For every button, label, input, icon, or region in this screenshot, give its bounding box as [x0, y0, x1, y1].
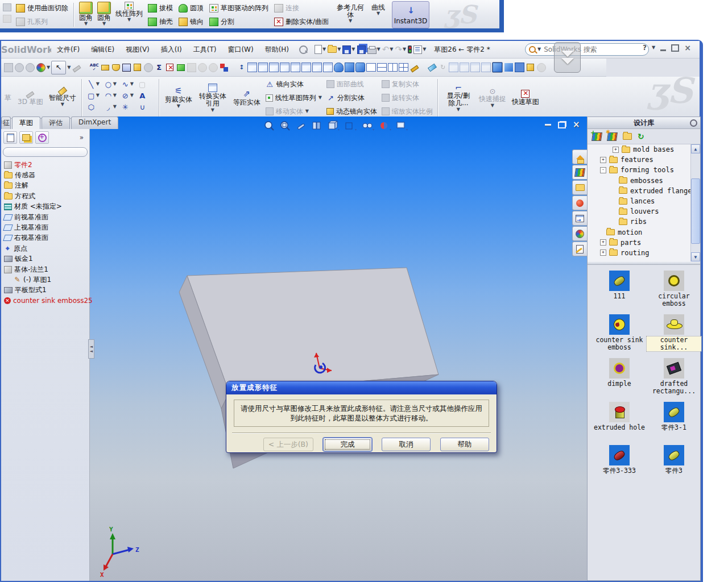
- compare-documents-icon[interactable]: [219, 63, 229, 72]
- expander-icon[interactable]: +: [613, 147, 619, 153]
- library-item-part3-333[interactable]: 零件3-333: [592, 445, 647, 481]
- use-surface-cut-button[interactable]: 使用曲面切除: [16, 3, 68, 13]
- tree-item-sketch1[interactable]: ✎ (-) 草图1: [2, 275, 89, 285]
- help-button[interactable]: ?: [643, 44, 647, 52]
- add-file-location-icon[interactable]: [607, 132, 618, 141]
- performance-icon[interactable]: [143, 63, 153, 72]
- library-item-counter-sink[interactable]: counter sink...: [647, 314, 701, 351]
- text-tool[interactable]: A: [138, 92, 147, 99]
- options-button[interactable]: ▼: [413, 45, 426, 54]
- instant3d-button[interactable]: ↘ Instant3D: [392, 1, 429, 28]
- design-table-icon[interactable]: [176, 63, 185, 72]
- tree-item-sensors[interactable]: 传感器: [2, 170, 89, 180]
- convert-entities-button[interactable]: 转换实体引用 ▼: [195, 77, 230, 118]
- split-button[interactable]: 分割: [209, 17, 268, 27]
- redo-button[interactable]: ↷▼: [395, 45, 406, 54]
- tree-item-counter-sink-emboss[interactable]: ✕ counter sink emboss25: [2, 296, 89, 306]
- propertymanager-tab-icon[interactable]: [19, 131, 33, 144]
- pattern-ghost-tool[interactable]: ▢: [138, 81, 147, 88]
- search-dropdown-icon[interactable]: ▼: [537, 47, 541, 52]
- maximize-button[interactable]: [671, 44, 679, 52]
- view-cube-left-icon[interactable]: [269, 63, 279, 72]
- dynamic-mirror-button[interactable]: 动态镜向实体: [326, 107, 377, 117]
- exit-sketch-button-partial[interactable]: 草: [1, 77, 15, 118]
- add-to-library-icon[interactable]: [592, 132, 602, 141]
- tree-node-forming-tools[interactable]: - forming tools: [588, 165, 700, 175]
- scroll-up-icon[interactable]: ▲: [691, 144, 700, 153]
- tree-item-flat-pattern[interactable]: 平板型式1: [2, 285, 89, 296]
- join-button[interactable]: 连接: [274, 3, 329, 13]
- scale-entities-button[interactable]: 缩放实体比例: [382, 107, 433, 117]
- library-item-drafted-rectangle[interactable]: drafted rectangu...: [647, 358, 701, 395]
- expander-icon[interactable]: -: [600, 167, 606, 173]
- tree-item-equations[interactable]: 方程式: [2, 191, 89, 201]
- split-entities-button[interactable]: ↗ 分割实体: [326, 93, 377, 103]
- search-tab[interactable]: [572, 196, 587, 210]
- save-all-button[interactable]: [357, 45, 366, 54]
- fillet-sketch-tool[interactable]: ◞▼: [104, 103, 117, 111]
- dropdown-arrow-icon[interactable]: ▼: [127, 18, 131, 22]
- 3d-sketch-button[interactable]: 3D 草图: [15, 77, 46, 118]
- check-entity-icon[interactable]: [133, 63, 142, 72]
- sketch-tool-icon[interactable]: [72, 63, 81, 72]
- tab-sketch[interactable]: 草图: [12, 117, 40, 129]
- tree-node-motion[interactable]: motion: [588, 227, 700, 238]
- dialog-titlebar[interactable]: 放置成形特征: [226, 381, 497, 394]
- help-button[interactable]: 帮助: [440, 438, 489, 451]
- dropdown-arrow-icon[interactable]: ▼: [457, 107, 460, 112]
- library-item-111[interactable]: 111: [592, 271, 647, 307]
- tab-evaluate[interactable]: 评估: [42, 117, 70, 129]
- trim-entities-button[interactable]: ⚟ 剪裁实体 ▼: [162, 77, 195, 118]
- dropdown-arrow-icon[interactable]: ▼: [318, 95, 322, 100]
- tree-scrollbar[interactable]: ▲ ▼: [690, 144, 700, 261]
- plane-ghost-2-icon[interactable]: [460, 63, 469, 72]
- draft-button[interactable]: 拔模: [148, 3, 173, 13]
- tree-item-material[interactable]: 材质 <未指定>: [2, 202, 89, 212]
- viewport-single-icon[interactable]: [366, 63, 376, 72]
- tree-node-louvers[interactable]: louvers: [588, 206, 700, 217]
- section-properties-icon[interactable]: [122, 63, 131, 72]
- display-wireframe-icon[interactable]: [526, 63, 535, 72]
- rebuild-button[interactable]: [408, 45, 412, 53]
- dome-button[interactable]: 圆顶: [179, 3, 204, 13]
- dropdown-arrow-icon[interactable]: ▼: [177, 104, 180, 109]
- apply-scene-icon[interactable]: [536, 63, 546, 72]
- print-button[interactable]: ▼: [367, 45, 380, 54]
- reference-geometry-button[interactable]: 参考几何体 ▼: [332, 1, 369, 28]
- menu-view[interactable]: 视图(V): [120, 43, 155, 57]
- menu-edit[interactable]: 编辑(E): [85, 43, 120, 57]
- library-item-circular-emboss[interactable]: circular emboss: [647, 271, 701, 307]
- view-redo-icon[interactable]: [25, 63, 35, 72]
- sketch-driven-pattern-button[interactable]: 草图驱动的阵列: [209, 3, 268, 13]
- tree-node-lances[interactable]: lances: [588, 196, 700, 206]
- tab-features[interactable]: 特征: [1, 117, 11, 129]
- expander-icon[interactable]: +: [600, 239, 606, 246]
- close-button[interactable]: ×: [684, 44, 691, 52]
- magnified-selection-icon[interactable]: [427, 63, 437, 72]
- viewport-two-vertical-icon[interactable]: [388, 63, 398, 72]
- file-explorer-tab[interactable]: [572, 180, 587, 195]
- spell-check-icon[interactable]: ABC✓: [89, 63, 99, 72]
- plane-ghost-4-icon[interactable]: [481, 63, 491, 72]
- cancel-button[interactable]: 取消: [382, 438, 431, 451]
- custom-properties-tab[interactable]: [572, 242, 587, 256]
- smart-dimension-button[interactable]: 智能尺寸 ▼: [46, 77, 79, 118]
- screen-capture-icon[interactable]: [3, 63, 13, 72]
- display-shaded-icon[interactable]: [504, 63, 514, 72]
- rotate-entities-button[interactable]: 旋转实体: [382, 93, 433, 103]
- plane-ghost-1-icon[interactable]: [449, 63, 458, 72]
- library-item-part3[interactable]: 零件3: [647, 445, 701, 481]
- view-cube-bottom-icon[interactable]: [301, 63, 311, 72]
- library-item-part3-1[interactable]: 零件3-1: [647, 402, 701, 438]
- dropdown-arrow-icon[interactable]: ▼: [61, 102, 64, 107]
- view-cube-front-icon[interactable]: [247, 63, 257, 72]
- simulation-icon[interactable]: [187, 63, 196, 72]
- motion-study-icon[interactable]: [197, 63, 207, 72]
- view-cube-isometric-icon[interactable]: [312, 63, 322, 72]
- arc-tool[interactable]: ◠▼: [104, 92, 117, 99]
- open-button[interactable]: ▼: [328, 46, 341, 53]
- view-cube-right-icon[interactable]: [280, 63, 289, 72]
- menu-help[interactable]: 帮助(H): [259, 43, 295, 57]
- tree-item-annotations[interactable]: 注解: [2, 181, 89, 191]
- dropdown-arrow-icon[interactable]: ▼: [102, 22, 106, 26]
